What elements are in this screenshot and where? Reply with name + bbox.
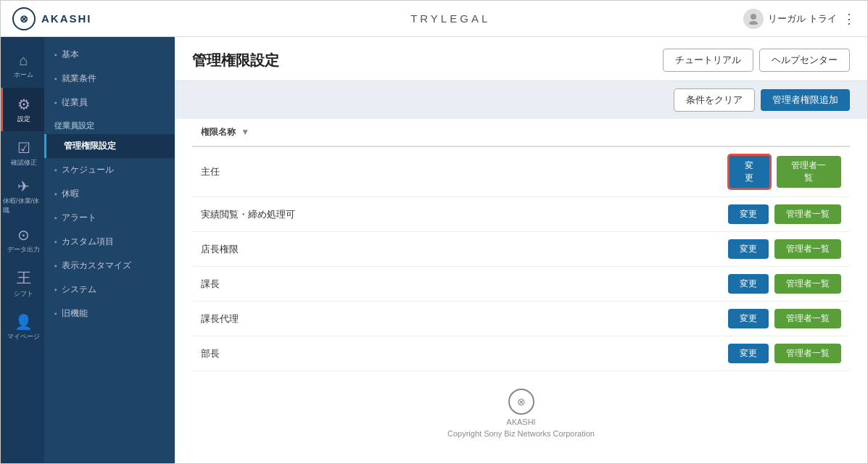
content-header: 管理権限設定 チュートリアル ヘルプセンター: [175, 37, 867, 81]
list-button-2[interactable]: 管理者一覧: [774, 239, 841, 259]
sidebar-item-label-legacy: 旧機能: [62, 307, 88, 320]
sidebar-item-shift[interactable]: 王 シフト: [1, 262, 44, 305]
main-area: ⌂ ホーム ⚙ 設定 ☑ 確認修正 ✈ 休暇/休業/休職 ⊙ データ出力 王 シ…: [1, 37, 867, 463]
content-area: 管理権限設定 チュートリアル ヘルプセンター 条件をクリア 管理者権限追加: [175, 37, 867, 463]
row-name-3: 課長: [192, 267, 719, 302]
table-row: 課長代理 変更 管理者一覧: [192, 302, 850, 336]
tutorial-button[interactable]: チュートリアル: [663, 49, 753, 72]
table-row: 実績閲覧・締め処理可 変更 管理者一覧: [192, 197, 850, 232]
sidebar-item-label-custom: カスタム項目: [62, 236, 114, 248]
sidebar-item-work-conditions[interactable]: ▪ 就業条件: [44, 67, 175, 91]
row-actions-2: 変更 管理者一覧: [719, 232, 850, 267]
edit-button-1[interactable]: 変更: [728, 204, 769, 224]
header-buttons: チュートリアル ヘルプセンター: [663, 49, 850, 72]
mypage-icon: 👤: [15, 313, 33, 331]
sub-sidebar: ▪ 基本 ▪ 就業条件 ▪ 従業員 従業員設定 管理権限設定 ▪ スケジュール: [44, 37, 175, 463]
row-actions-4: 変更 管理者一覧: [719, 302, 850, 336]
row-actions-0: 変更 管理者一覧: [719, 146, 850, 197]
sidebar-item-label-display: 表示カスタマイズ: [62, 260, 131, 272]
svg-point-0: [751, 14, 756, 20]
sidebar-item-employee[interactable]: ▪ 従業員: [44, 91, 175, 115]
list-button-4[interactable]: 管理者一覧: [774, 309, 841, 328]
edit-button-5[interactable]: 変更: [728, 344, 769, 363]
footer-logo: ⊗ AKASHI Copyright Sony Biz Networks Cor…: [192, 389, 850, 438]
list-button-1[interactable]: 管理者一覧: [774, 204, 841, 224]
help-button[interactable]: ヘルプセンター: [759, 49, 850, 72]
table-row: 部長 変更 管理者一覧: [192, 336, 850, 371]
table-row: 主任 変更 管理者一覧: [192, 146, 850, 197]
logo-circle: ⊗: [12, 7, 36, 30]
header-right: リーガル トライ ⋮: [743, 9, 856, 29]
footer-logo-text: AKASHI: [506, 418, 535, 426]
sidebar-item-label-holiday: 休暇: [62, 188, 79, 200]
akashi-logo-icon: ⊗: [20, 13, 28, 25]
table-row: 店長権限 変更 管理者一覧: [192, 232, 850, 267]
sort-icon: ▼: [241, 127, 249, 137]
bullet-icon: ▪: [54, 99, 57, 107]
header-title: TRYLEGAL: [410, 12, 490, 25]
sidebar-item-confirm[interactable]: ☑ 確認修正: [1, 131, 44, 175]
row-name-2: 店長権限: [192, 232, 719, 267]
vacation-icon: ✈: [17, 178, 30, 195]
bullet-icon: ▪: [54, 75, 57, 83]
admin-table: 権限名称 ▼ 主任 変更 管理者一覧 実績閲覧・締め処理可 変更: [192, 119, 850, 371]
sidebar-item-display[interactable]: ▪ 表示カスタマイズ: [44, 254, 175, 278]
more-icon[interactable]: ⋮: [843, 11, 856, 27]
sidebar-item-schedule[interactable]: ▪ スケジュール: [44, 158, 175, 182]
bullet-icon: ▪: [54, 262, 57, 270]
toolbar: 条件をクリア 管理者権限追加: [175, 81, 867, 119]
sidebar-item-home[interactable]: ⌂ ホーム: [1, 44, 44, 88]
bullet-icon: ▪: [54, 190, 57, 198]
row-name-0: 主任: [192, 146, 719, 197]
col-name[interactable]: 権限名称 ▼: [192, 119, 719, 146]
bullet-icon: ▪: [54, 214, 57, 222]
bullet-icon: ▪: [54, 286, 57, 294]
bullet-icon: ▪: [54, 238, 57, 246]
sidebar-item-data[interactable]: ⊙ データ出力: [1, 218, 44, 262]
clear-button[interactable]: 条件をクリア: [674, 88, 755, 112]
row-name-1: 実績閲覧・締め処理可: [192, 197, 719, 232]
user-avatar: [743, 9, 764, 29]
row-actions-3: 変更 管理者一覧: [719, 267, 850, 302]
sidebar-item-alert[interactable]: ▪ アラート: [44, 206, 175, 230]
sidebar-nav-icons: ⌂ ホーム ⚙ 設定 ☑ 確認修正 ✈ 休暇/休業/休職 ⊙ データ出力 王 シ…: [1, 37, 44, 463]
edit-button-0[interactable]: 変更: [728, 154, 771, 189]
svg-point-1: [749, 21, 758, 25]
sidebar-item-label-alert: アラート: [62, 212, 96, 224]
row-actions-1: 変更 管理者一覧: [719, 197, 850, 232]
user-name: リーガル トライ: [768, 12, 837, 25]
sidebar-item-basic[interactable]: ▪ 基本: [44, 43, 175, 67]
edit-button-2[interactable]: 変更: [728, 239, 769, 259]
settings-icon: ⚙: [17, 96, 30, 113]
list-button-3[interactable]: 管理者一覧: [774, 274, 841, 294]
row-name-4: 課長代理: [192, 302, 719, 336]
sidebar-item-system[interactable]: ▪ システム: [44, 278, 175, 302]
row-name-5: 部長: [192, 336, 719, 371]
row-actions-5: 変更 管理者一覧: [719, 336, 850, 371]
confirm-icon: ☑: [17, 139, 30, 157]
sidebar-item-holiday[interactable]: ▪ 休暇: [44, 182, 175, 206]
sidebar-item-label-work: 就業条件: [62, 72, 96, 85]
shift-icon: 王: [17, 268, 31, 288]
edit-button-4[interactable]: 変更: [728, 309, 769, 328]
sidebar-item-legacy[interactable]: ▪ 旧機能: [44, 302, 175, 326]
sidebar-item-label-basic: 基本: [62, 49, 79, 61]
table-container: 権限名称 ▼ 主任 変更 管理者一覧 実績閲覧・締め処理可 変更: [175, 119, 867, 463]
header-logo: ⊗ AKASHI: [12, 7, 157, 30]
sidebar-item-label-employee: 従業員: [62, 96, 88, 109]
sidebar-item-vacation[interactable]: ✈ 休暇/休業/休職: [1, 175, 44, 218]
footer-copyright: Copyright Sony Biz Networks Corporation: [447, 429, 595, 438]
sidebar-item-label-admin: 管理権限設定: [64, 140, 116, 152]
home-icon: ⌂: [19, 52, 28, 69]
sidebar-item-mypage[interactable]: 👤 マイページ: [1, 305, 44, 349]
user-info: リーガル トライ: [743, 9, 837, 29]
add-admin-button[interactable]: 管理者権限追加: [761, 89, 850, 111]
edit-button-3[interactable]: 変更: [728, 274, 769, 294]
list-button-0[interactable]: 管理者一覧: [777, 156, 841, 188]
sidebar-item-admin-settings[interactable]: 管理権限設定: [44, 134, 175, 158]
list-button-5[interactable]: 管理者一覧: [774, 344, 841, 363]
col-actions: [719, 119, 850, 146]
sidebar-item-custom[interactable]: ▪ カスタム項目: [44, 230, 175, 254]
sub-sidebar-group-employee-settings: 従業員設定: [44, 115, 175, 134]
sidebar-item-settings[interactable]: ⚙ 設定: [1, 88, 44, 131]
